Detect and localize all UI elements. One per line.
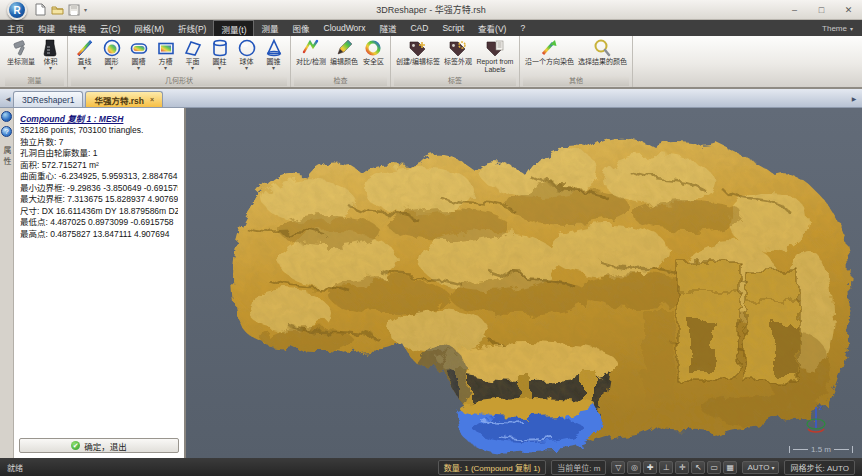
- safe-zone-button[interactable]: 安全区: [360, 37, 387, 67]
- coordinate-measure-button[interactable]: 坐标测量: [5, 37, 37, 67]
- result-color-icon: [592, 38, 612, 58]
- tab-home[interactable]: 主页: [0, 20, 31, 36]
- cursor-icon[interactable]: ↖: [691, 461, 705, 474]
- panel-line: 最低点: 4.487025 0.8973099 -0.6915758: [20, 217, 178, 229]
- ribbon-tab-bar: 主页 构建 转换 云(C) 网格(M) 折线(P) 测量(t) 测量 图像 Cl…: [0, 20, 862, 36]
- save-icon[interactable]: [67, 3, 81, 17]
- tab-tunnel[interactable]: 隧道: [372, 20, 403, 36]
- panel-line: 面积: 572.715271 m²: [20, 160, 178, 172]
- create-edit-label-button[interactable]: 创建/编辑标签: [394, 37, 442, 67]
- tab-construct[interactable]: 构建: [31, 20, 62, 36]
- tab-view[interactable]: 查看(V): [471, 20, 513, 36]
- coordinate-measure-icon: [11, 38, 31, 58]
- close-button[interactable]: ✕: [835, 1, 862, 19]
- help-icon[interactable]: ?: [1, 126, 12, 137]
- home-view-icon[interactable]: [1, 111, 12, 122]
- dropdown-icon[interactable]: ▾: [218, 66, 221, 71]
- doc-tab-close-icon[interactable]: ×: [150, 96, 154, 103]
- sphere-button[interactable]: 球体 ▾: [233, 37, 260, 72]
- orient-view-icon[interactable]: ⊥: [659, 461, 673, 474]
- sphere-icon: [237, 38, 257, 58]
- tab-cloudworx[interactable]: CloudWorx: [317, 20, 373, 36]
- panel-line: 曲面重心: -6.234925, 5.959313, 2.884764: [20, 171, 178, 183]
- auto-mode-dropdown[interactable]: AUTO ▾: [742, 461, 779, 474]
- doc-tabs-scroll-right-icon[interactable]: ▶: [849, 95, 859, 107]
- dropdown-icon[interactable]: ▾: [49, 66, 52, 71]
- cone-icon: [264, 38, 284, 58]
- dropdown-icon[interactable]: ▾: [191, 66, 194, 71]
- dropdown-icon[interactable]: ▾: [83, 66, 86, 71]
- tab-cad[interactable]: CAD: [403, 20, 435, 36]
- doc-tab-active-file[interactable]: 华强方特.rsh ×: [85, 91, 163, 107]
- title-bar: R ▾ 3DReshaper - 华强方特.rsh – □ ✕: [0, 0, 862, 20]
- window-controls: – □ ✕: [781, 1, 862, 19]
- mesh-3d-model[interactable]: [186, 108, 862, 458]
- tab-mesh[interactable]: 网格(M): [127, 20, 171, 36]
- tab-image[interactable]: 图像: [286, 20, 317, 36]
- quick-access-dropdown-icon[interactable]: ▾: [84, 6, 87, 13]
- open-folder-icon[interactable]: [50, 3, 64, 17]
- confirm-exit-button[interactable]: ✔ 确定，退出: [19, 438, 179, 453]
- line-button[interactable]: 直线 ▾: [71, 37, 98, 72]
- 3d-viewport[interactable]: z 1.5 m: [186, 108, 862, 458]
- volume-icon: [41, 38, 61, 58]
- button-label: 标签外观: [444, 58, 472, 66]
- axis-triad: z: [802, 400, 832, 436]
- tab-polyline[interactable]: 折线(P): [171, 20, 213, 36]
- group-label-measure: 测量: [5, 76, 64, 86]
- cone-button[interactable]: 圆锥 ▾: [260, 37, 287, 72]
- filter-icon[interactable]: ▽: [611, 461, 625, 474]
- dropdown-icon[interactable]: ▾: [110, 66, 113, 71]
- grid-icon[interactable]: ▦: [723, 461, 737, 474]
- square-slot-icon: [156, 38, 176, 58]
- compare-inspect-button[interactable]: 对比/检测: [294, 37, 328, 67]
- app-logo-icon[interactable]: R: [7, 0, 27, 20]
- new-document-icon[interactable]: [33, 3, 47, 17]
- round-slot-button[interactable]: 圆槽 ▾: [125, 37, 152, 72]
- scale-line: [834, 449, 849, 450]
- status-ready: 就绪: [7, 462, 23, 473]
- left-icon-strip: ? 属性: [0, 108, 14, 458]
- edit-colors-button[interactable]: 编辑颜色: [328, 37, 360, 67]
- zoom-target-icon[interactable]: ◎: [627, 461, 641, 474]
- dropdown-icon[interactable]: ▾: [137, 66, 140, 71]
- panel-line: 最高点: 0.4875827 13.847111 4.907694: [20, 229, 178, 241]
- plane-button[interactable]: 平面 ▾: [179, 37, 206, 72]
- minimize-button[interactable]: –: [781, 1, 808, 19]
- tab-cloud[interactable]: 云(C): [93, 20, 127, 36]
- document-tab-bar: ◀ 3DReshaper1 华强方特.rsh × ▶: [0, 89, 862, 108]
- maximize-button[interactable]: □: [808, 1, 835, 19]
- cylinder-button[interactable]: 圆柱 ▾: [206, 37, 233, 72]
- label-appearance-icon: [447, 38, 469, 58]
- volume-button[interactable]: 体积 ▾: [37, 37, 64, 72]
- result-color-button[interactable]: 选择结果的颜色: [576, 37, 629, 67]
- circle-button[interactable]: 圆形 ▾: [98, 37, 125, 72]
- group-label-inspect: 检查: [294, 76, 387, 86]
- button-label: 选择结果的颜色: [578, 58, 627, 66]
- tab-probing[interactable]: 测量: [254, 20, 285, 36]
- square-slot-button[interactable]: 方槽 ▾: [152, 37, 179, 72]
- axis-z-label: z: [819, 404, 823, 411]
- tab-measure-active[interactable]: 测量(t): [213, 20, 254, 36]
- doc-tabs-scroll-left-icon[interactable]: ◀: [3, 95, 13, 107]
- theme-selector[interactable]: Theme ▾: [822, 24, 862, 33]
- tab-help[interactable]: ?: [513, 20, 532, 36]
- report-from-labels-button[interactable]: Report from Labels: [474, 37, 516, 75]
- color-along-direction-button[interactable]: 沿一个方向染色: [523, 37, 576, 67]
- selection-rect-icon[interactable]: ▭: [707, 461, 721, 474]
- pan-icon[interactable]: ✚: [643, 461, 657, 474]
- theme-label: Theme: [822, 24, 847, 33]
- properties-tab-vertical[interactable]: 属性: [1, 146, 12, 168]
- application-window: R ▾ 3DReshaper - 华强方特.rsh – □ ✕ 主页 构建 转换…: [0, 0, 862, 476]
- tab-script[interactable]: Script: [435, 20, 471, 36]
- tab-transform[interactable]: 转换: [62, 20, 93, 36]
- doc-tab-3dreshaper1[interactable]: 3DReshaper1: [13, 91, 83, 107]
- ribbon-toolbar: 坐标测量 体积 ▾ 测量 直线 ▾: [0, 36, 862, 89]
- dropdown-icon[interactable]: ▾: [245, 66, 248, 71]
- rotate-center-icon[interactable]: ✛: [675, 461, 689, 474]
- dropdown-icon[interactable]: ▾: [164, 66, 167, 71]
- current-unit[interactable]: 当前单位: m: [551, 460, 606, 475]
- dropdown-icon[interactable]: ▾: [272, 66, 275, 71]
- ribbon-group-geometry: 直线 ▾ 圆形 ▾ 圆槽 ▾: [68, 36, 291, 87]
- label-appearance-button[interactable]: 标签外观: [442, 37, 474, 67]
